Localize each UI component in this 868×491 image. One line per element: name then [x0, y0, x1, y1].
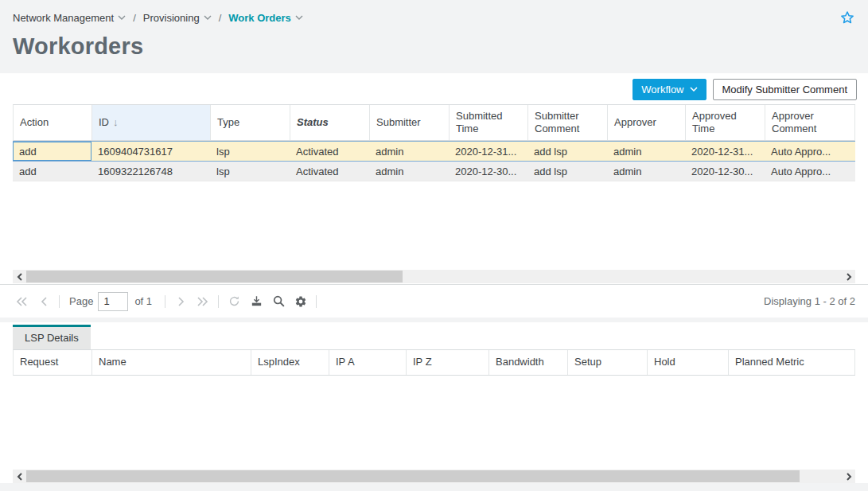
- toolbar-separator: [218, 295, 219, 308]
- column-header-label: Approver: [614, 116, 656, 129]
- column-header-bandwidth[interactable]: Bandwidth: [489, 350, 568, 375]
- breadcrumb-item-provisioning[interactable]: Provisioning: [143, 12, 212, 24]
- cell-submitter-comment[interactable]: add lsp: [527, 146, 607, 158]
- modify-submitter-comment-button[interactable]: Modify Submitter Comment: [713, 79, 858, 100]
- scroll-left-icon[interactable]: [13, 470, 26, 483]
- column-header-approver[interactable]: Approver: [608, 105, 686, 140]
- column-header-label: IP A: [336, 356, 355, 368]
- column-header-label: Request: [20, 356, 58, 368]
- tab-lsp-details[interactable]: LSP Details: [13, 325, 91, 349]
- lsp-details-header-row: Request Name LspIndex IP A IP Z Bandwidt…: [13, 349, 855, 376]
- prev-page-button[interactable]: [35, 293, 53, 310]
- column-header-label: Approver Comment: [772, 110, 850, 136]
- cell-submitter[interactable]: admin: [369, 146, 449, 158]
- cell-status[interactable]: Activated: [290, 146, 369, 158]
- grid-empty-area: [13, 181, 855, 270]
- first-page-button[interactable]: [13, 293, 30, 310]
- cell-submitter[interactable]: admin: [369, 166, 449, 177]
- column-header-name[interactable]: Name: [92, 350, 251, 375]
- next-page-button[interactable]: [172, 293, 189, 310]
- chevron-down-icon: [118, 15, 126, 20]
- refresh-icon[interactable]: [225, 293, 243, 310]
- chevron-down-icon: [295, 15, 303, 20]
- paging-toolbar: Page of 1: [0, 284, 868, 318]
- column-header-label: Type: [217, 116, 239, 129]
- table-row-selected[interactable]: add 1609404731617 lsp Activated admin 20…: [13, 141, 855, 162]
- gear-icon[interactable]: [292, 293, 309, 310]
- lsp-details-panel: LSP Details Request Name LspIndex IP A I…: [0, 322, 868, 483]
- column-header-action[interactable]: Action: [14, 105, 92, 140]
- displaying-status: Displaying 1 - 2 of 2: [764, 295, 855, 307]
- cell-action[interactable]: add: [13, 142, 91, 161]
- breadcrumb-separator: /: [133, 12, 136, 24]
- scrollbar-thumb[interactable]: [26, 470, 800, 482]
- column-header-request[interactable]: Request: [14, 350, 92, 375]
- workorders-grid: Action ID↓ Type Status Submitter Submitt…: [13, 104, 855, 270]
- modify-submitter-comment-label: Modify Submitter Comment: [722, 84, 848, 95]
- grid-empty-area: [13, 376, 855, 470]
- cell-type[interactable]: lsp: [210, 166, 290, 177]
- column-header-label: ID: [99, 116, 109, 129]
- workorders-page: Network Management / Provisioning / Work…: [0, 0, 868, 491]
- workorders-header-row: Action ID↓ Type Status Submitter Submitt…: [13, 104, 855, 141]
- column-header-status[interactable]: Status: [290, 105, 370, 140]
- column-header-approver-comment[interactable]: Approver Comment: [765, 105, 855, 140]
- scroll-right-icon[interactable]: [842, 470, 855, 483]
- cell-submitter-comment[interactable]: add lsp: [527, 166, 607, 177]
- last-page-button[interactable]: [194, 293, 212, 310]
- search-icon[interactable]: [270, 293, 287, 310]
- sort-desc-icon: ↓: [113, 116, 119, 129]
- cell-submitted-time[interactable]: 2020-12-30...: [449, 166, 527, 177]
- cell-approved-time[interactable]: 2020-12-31...: [685, 146, 765, 158]
- column-header-label: Status: [297, 116, 329, 129]
- column-header-label: Approved Time: [692, 110, 760, 136]
- column-header-type[interactable]: Type: [211, 105, 290, 140]
- cell-action[interactable]: add: [13, 166, 91, 177]
- cell-type[interactable]: lsp: [210, 146, 290, 158]
- column-header-label: IP Z: [413, 356, 432, 368]
- toolbar-separator: [316, 295, 317, 308]
- column-header-lspindex[interactable]: LspIndex: [251, 350, 329, 375]
- details-tab-strip: LSP Details: [0, 322, 868, 349]
- cell-id[interactable]: 1609404731617: [91, 146, 210, 158]
- breadcrumb-label: Provisioning: [143, 12, 200, 24]
- column-header-id[interactable]: ID↓: [92, 105, 211, 140]
- column-header-hold[interactable]: Hold: [648, 350, 729, 375]
- column-header-label: Submitter Comment: [535, 110, 602, 136]
- workorders-hscrollbar[interactable]: [13, 270, 855, 283]
- cell-approver[interactable]: admin: [607, 166, 685, 177]
- cell-submitted-time[interactable]: 2020-12-31...: [449, 146, 527, 158]
- column-header-planned-metric[interactable]: Planned Metric: [729, 350, 855, 375]
- scroll-right-icon[interactable]: [842, 270, 855, 283]
- cell-approver[interactable]: admin: [607, 146, 685, 158]
- column-header-submitted-time[interactable]: Submitted Time: [450, 105, 528, 140]
- breadcrumb-label: Work Orders: [228, 12, 291, 24]
- favorite-star-icon[interactable]: [839, 10, 855, 25]
- workorders-panel: Workflow Modify Submitter Comment Action…: [0, 73, 868, 318]
- scroll-left-icon[interactable]: [13, 270, 26, 283]
- cell-status[interactable]: Activated: [290, 166, 369, 177]
- column-header-approved-time[interactable]: Approved Time: [686, 105, 765, 140]
- scrollbar-thumb[interactable]: [26, 271, 403, 283]
- column-header-submitter[interactable]: Submitter: [370, 105, 450, 140]
- column-header-ip-z[interactable]: IP Z: [407, 350, 489, 375]
- cell-id[interactable]: 1609322126748: [91, 166, 210, 177]
- cell-approved-time[interactable]: 2020-12-30...: [685, 166, 765, 177]
- column-header-label: Planned Metric: [735, 356, 804, 368]
- lsp-details-hscrollbar[interactable]: [13, 470, 855, 483]
- page-number-input[interactable]: [98, 292, 128, 311]
- breadcrumb: Network Management / Provisioning / Work…: [13, 10, 855, 25]
- breadcrumb-item-work-orders[interactable]: Work Orders: [228, 12, 303, 24]
- export-download-icon[interactable]: [247, 293, 265, 310]
- page-title: Workorders: [13, 33, 855, 60]
- column-header-submitter-comment[interactable]: Submitter Comment: [528, 105, 608, 140]
- column-header-ip-a[interactable]: IP A: [329, 350, 407, 375]
- workflow-button[interactable]: Workflow: [633, 79, 706, 100]
- column-header-setup[interactable]: Setup: [568, 350, 648, 375]
- cell-approver-comment[interactable]: Auto Appro...: [765, 146, 855, 158]
- table-row[interactable]: add 1609322126748 lsp Activated admin 20…: [13, 162, 855, 181]
- column-header-label: LspIndex: [258, 356, 300, 368]
- page-header: Network Management / Provisioning / Work…: [0, 0, 868, 60]
- cell-approver-comment[interactable]: Auto Appro...: [765, 166, 855, 177]
- breadcrumb-item-network-management[interactable]: Network Management: [13, 12, 126, 24]
